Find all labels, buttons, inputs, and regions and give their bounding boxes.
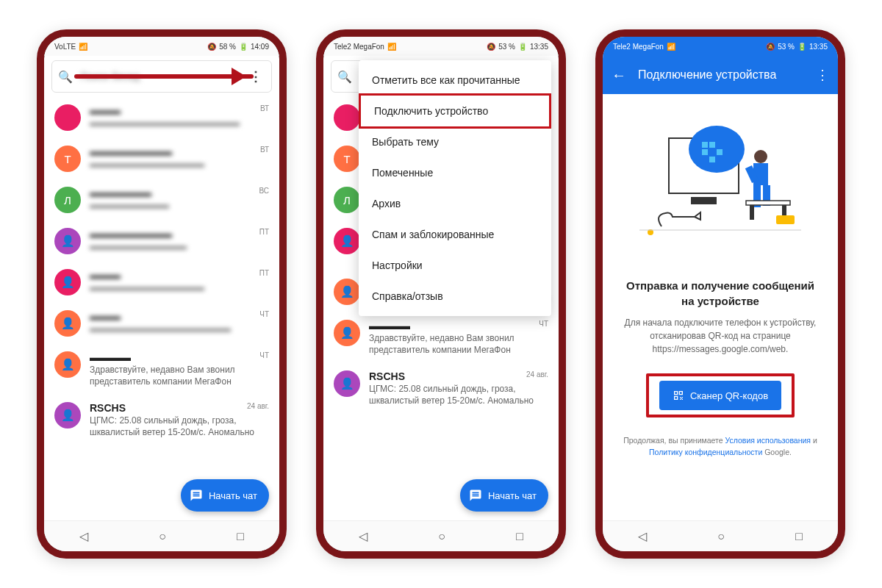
menu-item[interactable]: Помеченные bbox=[359, 157, 551, 188]
chat-time: ВТ bbox=[260, 146, 269, 154]
overflow-menu-button[interactable]: ⋮ bbox=[816, 67, 829, 83]
chat-time: 24 авг. bbox=[526, 370, 548, 379]
phone-frame-1: VoLTE 📶 🔕58 %🔋14:09 🔍 Поиск бесед ⋮ ▬▬▬▬… bbox=[37, 29, 287, 559]
start-chat-fab[interactable]: Начать чат bbox=[460, 479, 548, 512]
phone-frame-3: Tele2 MegaFon 📶 🔕53 %🔋13:35 ← Подключени… bbox=[595, 29, 845, 559]
nav-back-icon[interactable]: ◁ bbox=[359, 529, 368, 543]
chat-item[interactable]: ▬▬▬▬▬▬▬▬▬▬▬▬▬▬▬▬▬▬▬▬ВТ bbox=[44, 97, 279, 138]
terms-link[interactable]: Условия использования bbox=[725, 436, 811, 445]
search-bar[interactable]: 🔍 Поиск бесед ⋮ bbox=[51, 60, 272, 93]
chat-preview: ▬▬▬▬▬▬▬▬▬▬▬▬▬▬▬▬ bbox=[90, 323, 269, 335]
nav-home-icon[interactable]: ○ bbox=[717, 530, 725, 543]
avatar: 👤 bbox=[54, 228, 81, 254]
svg-rect-3 bbox=[702, 142, 708, 148]
menu-item[interactable]: Подключить устройство bbox=[359, 93, 551, 129]
menu-item[interactable]: Выбрать тему bbox=[359, 126, 551, 157]
chat-preview: Здравствуйте, недавно Вам звонил предста… bbox=[369, 333, 548, 356]
phone-frame-2: Tele2 MegaFon 📶 🔕53 %🔋13:35 🔍 ▬▬▬▬▬▬▬▬▬▬… bbox=[316, 29, 566, 559]
avatar: 👤 bbox=[54, 402, 81, 429]
chat-item[interactable]: 👤▬▬▬▬▬▬▬▬▬▬▬▬▬▬▬▬▬▬▬ЧТ bbox=[44, 303, 279, 344]
chat-time: ПТ bbox=[259, 269, 269, 277]
page-header: ← Подключение устройства ⋮ bbox=[603, 56, 838, 94]
connect-subtitle: Для начала подключите телефон к устройст… bbox=[620, 316, 820, 356]
chat-name: ▬▬▬▬ bbox=[90, 351, 269, 363]
menu-item[interactable]: Архив bbox=[359, 188, 551, 219]
chat-time: ЧТ bbox=[539, 320, 548, 328]
status-bar: VoLTE 📶 🔕58 %🔋14:09 bbox=[44, 37, 279, 56]
chat-item[interactable]: 👤▬▬▬▬Здравствуйте, недавно Вам звонил пр… bbox=[323, 312, 559, 363]
nav-bar: ◁ ○ □ bbox=[603, 520, 838, 551]
avatar: 👤 bbox=[54, 269, 81, 295]
menu-item[interactable]: Настройки bbox=[359, 250, 551, 281]
avatar: 👤 bbox=[54, 351, 81, 378]
menu-item[interactable]: Отметить все как прочитанные bbox=[359, 65, 551, 96]
svg-rect-13 bbox=[746, 201, 790, 205]
avatar: 👤 bbox=[334, 228, 360, 254]
nav-home-icon[interactable]: ○ bbox=[159, 530, 166, 543]
svg-rect-6 bbox=[717, 149, 723, 155]
chat-name: ▬▬▬▬▬▬ bbox=[90, 187, 269, 198]
avatar: 👤 bbox=[54, 310, 81, 337]
chat-preview: ▬▬▬▬▬▬▬▬▬▬▬ bbox=[90, 241, 269, 253]
nav-recent-icon[interactable]: □ bbox=[237, 530, 244, 543]
highlight-box: Сканер QR-кодов bbox=[646, 373, 795, 417]
chat-name: ▬▬▬ bbox=[90, 310, 269, 322]
chat-item[interactable]: 👤▬▬▬▬Здравствуйте, недавно Вам звонил пр… bbox=[44, 344, 279, 395]
chat-item[interactable]: 👤▬▬▬▬▬▬▬▬▬▬▬▬▬▬▬▬▬▬▬ПТ bbox=[44, 220, 279, 262]
highlight-arrow bbox=[74, 74, 254, 79]
avatar: Т bbox=[334, 146, 360, 172]
privacy-link[interactable]: Политику конфиденциальности bbox=[649, 448, 762, 456]
avatar bbox=[54, 104, 81, 131]
nav-recent-icon[interactable]: □ bbox=[516, 530, 523, 543]
page-title: Подключение устройства bbox=[638, 68, 804, 82]
menu-item[interactable]: Спам и заблокированные bbox=[359, 219, 551, 250]
menu-item[interactable]: Справка/отзыв bbox=[359, 281, 551, 312]
chat-preview: ЦГМС: 25.08 сильный дождь, гроза, шквали… bbox=[90, 415, 269, 439]
chat-item[interactable]: 👤RSCHSЦГМС: 25.08 сильный дождь, гроза, … bbox=[44, 395, 279, 446]
svg-rect-4 bbox=[709, 142, 715, 148]
chat-preview: ▬▬▬▬▬▬▬▬▬▬▬▬▬▬▬▬▬ bbox=[90, 118, 269, 129]
chat-item[interactable]: Л▬▬▬▬▬▬▬▬▬▬▬▬▬▬▬ВС bbox=[44, 179, 279, 220]
chat-name: ▬▬▬▬▬▬▬▬ bbox=[90, 228, 269, 240]
search-icon: 🔍 bbox=[337, 70, 352, 84]
chat-time: ВС bbox=[259, 187, 269, 195]
chat-item[interactable]: 👤RSCHSЦГМС: 25.08 сильный дождь, гроза, … bbox=[323, 363, 559, 415]
nav-back-icon[interactable]: ◁ bbox=[638, 529, 647, 543]
chat-name: ▬▬▬▬▬▬▬▬ bbox=[90, 146, 269, 157]
chat-item[interactable]: Т▬▬▬▬▬▬▬▬▬▬▬▬▬▬▬▬▬▬▬▬▬ВТ bbox=[44, 138, 279, 179]
nav-home-icon[interactable]: ○ bbox=[438, 530, 445, 543]
chat-list: ▬▬▬▬▬▬▬▬▬▬▬▬▬▬▬▬▬▬▬▬ВТТ▬▬▬▬▬▬▬▬▬▬▬▬▬▬▬▬▬… bbox=[44, 97, 279, 520]
chat-name: ▬▬▬ bbox=[90, 269, 269, 281]
svg-rect-1 bbox=[691, 197, 717, 204]
nav-back-icon[interactable]: ◁ bbox=[79, 529, 88, 543]
terms-footer: Продолжая, вы принимаете Условия использ… bbox=[620, 435, 820, 459]
chat-item[interactable]: 👤▬▬▬▬▬▬▬▬▬▬▬▬▬▬▬▬ПТ bbox=[44, 262, 279, 303]
avatar: Л bbox=[334, 187, 360, 213]
svg-point-8 bbox=[754, 150, 767, 163]
qr-scanner-button[interactable]: Сканер QR-кодов bbox=[659, 381, 781, 410]
nav-bar: ◁ ○ □ bbox=[323, 520, 559, 551]
search-icon: 🔍 bbox=[58, 70, 73, 84]
start-chat-fab[interactable]: Начать чат bbox=[181, 479, 269, 512]
chat-name: RSCHS bbox=[369, 370, 548, 382]
svg-rect-5 bbox=[702, 149, 708, 155]
avatar: Л bbox=[54, 187, 81, 213]
avatar bbox=[334, 104, 360, 131]
chat-time: ВТ bbox=[260, 104, 269, 112]
chat-time: ЧТ bbox=[259, 310, 269, 318]
chat-time: ЧТ bbox=[259, 351, 269, 359]
chat-preview: ▬▬▬▬▬▬▬▬▬ bbox=[90, 200, 269, 212]
chat-preview: ▬▬▬▬▬▬▬▬▬▬▬▬▬ bbox=[90, 282, 269, 294]
nav-bar: ◁ ○ □ bbox=[44, 520, 279, 551]
overflow-menu: Отметить все как прочитанныеПодключить у… bbox=[359, 60, 551, 316]
status-bar: Tele2 MegaFon 📶 🔕53 %🔋13:35 bbox=[323, 37, 559, 56]
chat-time: ПТ bbox=[259, 228, 269, 236]
svg-rect-17 bbox=[776, 215, 795, 224]
back-button[interactable]: ← bbox=[612, 67, 626, 84]
chat-preview: ▬▬▬▬▬▬▬▬▬▬▬▬▬ bbox=[90, 159, 269, 171]
status-bar: Tele2 MegaFon 📶 🔕53 %🔋13:35 bbox=[603, 37, 838, 56]
svg-rect-7 bbox=[709, 157, 715, 162]
avatar: 👤 bbox=[334, 279, 360, 305]
nav-recent-icon[interactable]: □ bbox=[795, 530, 803, 543]
chat-time: 24 авг. bbox=[247, 402, 269, 410]
